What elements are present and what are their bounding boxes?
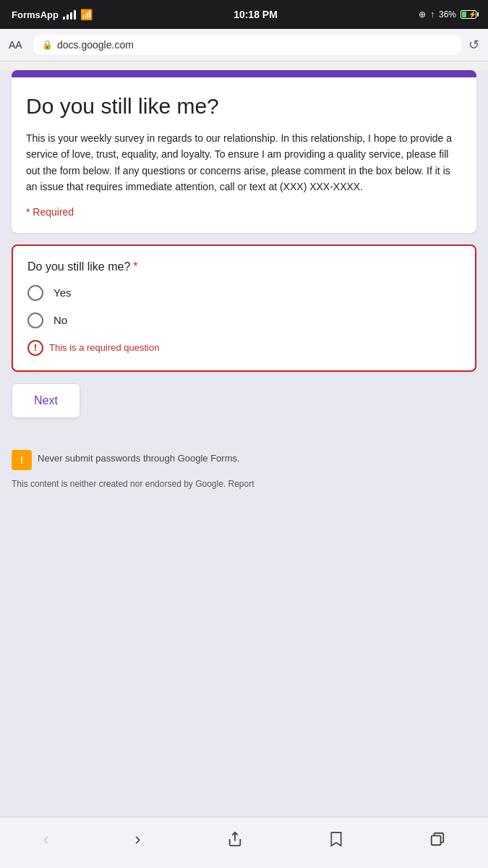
- bar-3: [70, 12, 72, 20]
- warning-icon: !: [12, 450, 32, 470]
- bookmark-button[interactable]: [317, 827, 355, 851]
- signal-up-icon: ↑: [430, 9, 435, 20]
- url-bar[interactable]: 🔒 docs.google.com: [33, 35, 461, 55]
- next-button[interactable]: Next: [12, 383, 80, 418]
- radio-option-no[interactable]: No: [27, 312, 461, 328]
- bar-4: [74, 10, 76, 20]
- footer-disclaimer: This content is neither created nor endo…: [12, 477, 476, 490]
- browser-aa-button[interactable]: AA: [9, 39, 26, 51]
- footer-area: ! Never submit passwords through Google …: [0, 441, 488, 499]
- signal-bars: [63, 9, 76, 20]
- footer-warning-text: Never submit passwords through Google Fo…: [38, 450, 240, 464]
- back-button[interactable]: ‹: [32, 825, 61, 854]
- content-area: Do you still like me? This is your weekl…: [0, 70, 488, 837]
- purple-header-stripe: [12, 70, 476, 77]
- status-bar: FormsApp 📶 10:18 PM ⊕ ↑ 36% ⚡: [0, 0, 488, 29]
- form-container: Do you still like me? This is your weekl…: [0, 70, 488, 441]
- radio-circle-yes[interactable]: [27, 285, 43, 301]
- tabs-button[interactable]: [418, 827, 457, 851]
- footer-warning: ! Never submit passwords through Google …: [12, 450, 476, 470]
- form-title: Do you still like me?: [26, 92, 462, 120]
- status-carrier: FormsApp 📶: [12, 9, 93, 20]
- radio-label-no: No: [53, 314, 67, 326]
- status-right: ⊕ ↑ 36% ⚡: [419, 9, 476, 20]
- question-label: Do you still like me?: [27, 260, 130, 273]
- lock-icon: 🔒: [42, 40, 53, 50]
- required-asterisk: *: [133, 260, 137, 273]
- location-icon: ⊕: [419, 9, 426, 20]
- carrier-name: FormsApp: [12, 9, 59, 20]
- form-description: This is your weekly survey in regards to…: [26, 130, 462, 195]
- share-button[interactable]: [215, 827, 254, 851]
- battery-icon: ⚡: [461, 10, 476, 19]
- error-icon: !: [27, 340, 43, 356]
- forward-button[interactable]: ›: [124, 825, 153, 854]
- browser-bar: AA 🔒 docs.google.com ↺: [0, 29, 488, 61]
- bottom-nav: ‹ ›: [0, 817, 488, 868]
- status-time: 10:18 PM: [234, 9, 278, 20]
- url-text: docs.google.com: [57, 39, 134, 51]
- error-text: This is a required question: [49, 342, 159, 353]
- bar-2: [67, 14, 69, 20]
- radio-option-yes[interactable]: Yes: [27, 285, 461, 301]
- reload-button[interactable]: ↺: [468, 37, 479, 53]
- error-message: ! This is a required question: [27, 340, 461, 356]
- next-button-container: Next: [12, 383, 476, 418]
- question-text: Do you still like me?*: [27, 260, 461, 273]
- question-card: Do you still like me?* Yes No ! This is …: [12, 244, 476, 372]
- svg-rect-1: [431, 835, 440, 845]
- wifi-icon: 📶: [80, 9, 93, 20]
- header-card: Do you still like me? This is your weekl…: [12, 77, 476, 233]
- required-label: * Required: [26, 206, 74, 218]
- radio-circle-no[interactable]: [27, 312, 43, 328]
- radio-label-yes: Yes: [53, 286, 71, 299]
- battery-percent: 36%: [439, 9, 456, 20]
- bar-1: [63, 17, 65, 20]
